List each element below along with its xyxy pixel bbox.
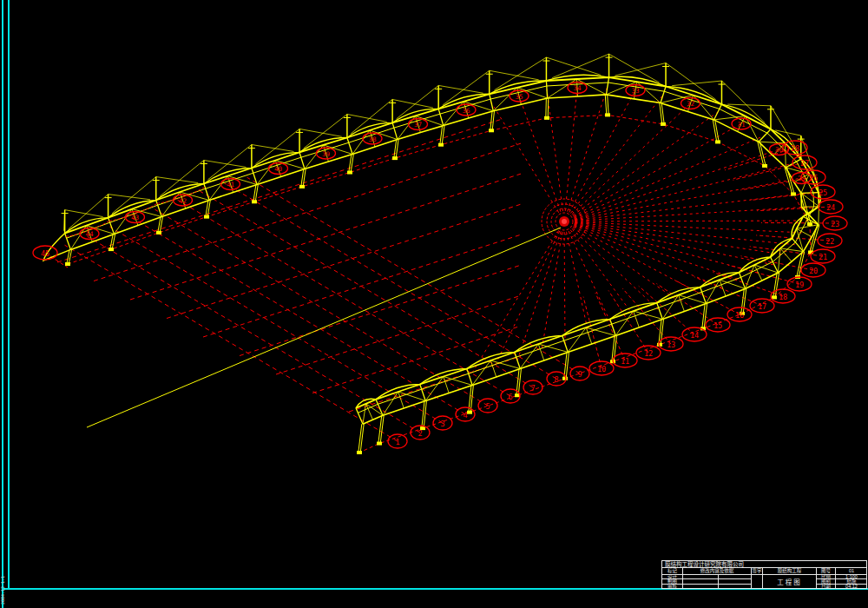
axis-bubble: 25: [811, 185, 835, 199]
axis-bubble: 7: [523, 380, 542, 394]
axis-bubble: 44: [80, 228, 99, 240]
title-block-company: 膜结构工程设计研究院有限公司: [662, 561, 867, 568]
title-block-no-value: 01: [836, 568, 867, 575]
axis-bubble: 38: [363, 133, 382, 144]
svg-text:3: 3: [440, 420, 444, 428]
svg-text:35: 35: [515, 93, 523, 101]
drawing-canvas[interactable]: 1234567891011121314151617181920212223242…: [0, 0, 868, 608]
svg-text:24: 24: [826, 203, 835, 212]
axis-bubble: 20: [801, 263, 825, 277]
axis-bubble: 35: [510, 90, 529, 102]
membrane-structure-layer: [43, 54, 820, 454]
svg-text:33: 33: [631, 87, 639, 95]
svg-text:32: 32: [687, 100, 694, 108]
svg-text:4: 4: [463, 411, 467, 420]
axis-bubble: 3: [433, 416, 452, 430]
axis-bubble: 16: [727, 307, 752, 321]
axis-bubble: 1: [388, 434, 407, 448]
title-block-drawing-name: 工程图: [763, 575, 817, 589]
svg-text:37: 37: [414, 121, 422, 129]
svg-text:16: 16: [735, 311, 744, 320]
axis-bubble: 22: [818, 234, 842, 248]
svg-text:17: 17: [758, 302, 766, 311]
svg-text:45: 45: [41, 249, 49, 258]
title-block-project-name: 膜结构工程: [763, 568, 817, 575]
title-block-date-label: 日期: [817, 585, 836, 589]
title-block-date-value: 04.12: [836, 585, 867, 589]
axis-bubble: 9: [570, 367, 589, 380]
axis-bubble: 17: [750, 299, 774, 313]
svg-text:36: 36: [462, 107, 470, 115]
axis-bubble: 4: [456, 407, 475, 421]
svg-text:43: 43: [131, 214, 139, 221]
axis-bubble: 15: [706, 318, 730, 332]
title-block-no-label: 图号: [817, 568, 836, 575]
axis-bubble: 21: [811, 249, 835, 263]
cad-viewport[interactable]: 1234567891011121314151617181920212223242…: [0, 0, 868, 608]
svg-text:29: 29: [798, 175, 806, 182]
svg-text:15: 15: [713, 321, 722, 330]
title-block-mark-label: 标记: [662, 568, 683, 575]
svg-text:30: 30: [775, 146, 784, 154]
svg-text:8: 8: [554, 375, 558, 384]
svg-text:13: 13: [667, 340, 675, 349]
svg-text:25: 25: [819, 188, 827, 197]
title-block: 膜结构工程设计研究院有限公司 标记 修改内容及依据 签字 膜结构工程 图号 01…: [661, 560, 867, 589]
axis-bubble: 5: [478, 399, 497, 413]
axis-bubble: 39: [317, 148, 336, 159]
svg-text:14: 14: [690, 331, 699, 340]
svg-text:9: 9: [577, 370, 582, 379]
svg-text:19: 19: [795, 281, 804, 289]
page-border-left-outer: [2, 0, 3, 608]
axis-bubble: 36: [457, 104, 476, 116]
svg-text:27: 27: [800, 159, 809, 168]
svg-text:11: 11: [621, 357, 629, 366]
title-block-revision-label: 修改内容及依据: [683, 568, 752, 575]
axis-bubble: 24: [819, 200, 843, 214]
svg-text:23: 23: [831, 220, 839, 228]
svg-text:34: 34: [573, 84, 582, 92]
axis-bubble: 41: [221, 179, 240, 190]
page-border-left-inner: [8, 0, 10, 590]
axis-bubble: 33: [626, 85, 645, 96]
axis-bubble: 34: [568, 83, 587, 94]
svg-text:22: 22: [825, 237, 834, 246]
title-block-empty-cell: [752, 575, 763, 589]
svg-text:44: 44: [85, 230, 94, 238]
axis-bubble-layer: 1234567891011121314151617181920212223242…: [33, 83, 847, 449]
axis-bubble: 42: [174, 195, 193, 206]
axis-bubble: 14: [682, 327, 707, 341]
title-block-empty-cell: [683, 585, 719, 589]
title-block-checker-label: 审核: [662, 585, 683, 589]
svg-text:2: 2: [418, 429, 422, 438]
svg-text:5: 5: [485, 402, 490, 411]
svg-text:40: 40: [274, 165, 283, 173]
axis-bubble: 37: [409, 119, 428, 130]
svg-text:31: 31: [737, 121, 745, 129]
title-block-sign-label: 签字: [752, 568, 763, 575]
svg-text:39: 39: [322, 150, 330, 158]
svg-text:21: 21: [819, 253, 827, 261]
svg-text:28: 28: [791, 144, 799, 153]
axis-bubble: 31: [732, 118, 751, 129]
svg-text:42: 42: [179, 197, 187, 205]
svg-text:12: 12: [644, 349, 653, 358]
axis-bubble: 30: [770, 144, 789, 155]
axis-bubble: 19: [787, 277, 812, 291]
svg-text:7: 7: [530, 384, 535, 393]
axis-bubble: 12: [636, 346, 661, 360]
axis-bubble: 32: [681, 98, 700, 109]
svg-text:38: 38: [368, 135, 377, 143]
axis-bubble: 43: [126, 212, 145, 223]
svg-text:18: 18: [779, 293, 787, 301]
svg-text:20: 20: [809, 267, 818, 275]
svg-text:10: 10: [597, 365, 606, 373]
title-block-empty-cell: [719, 585, 752, 589]
svg-text:1: 1: [395, 438, 399, 446]
plot-stamp-text: 2004.12 1:1: [0, 565, 8, 605]
svg-text:6: 6: [508, 393, 512, 401]
axis-bubble: 40: [269, 163, 288, 175]
svg-text:41: 41: [227, 181, 234, 188]
